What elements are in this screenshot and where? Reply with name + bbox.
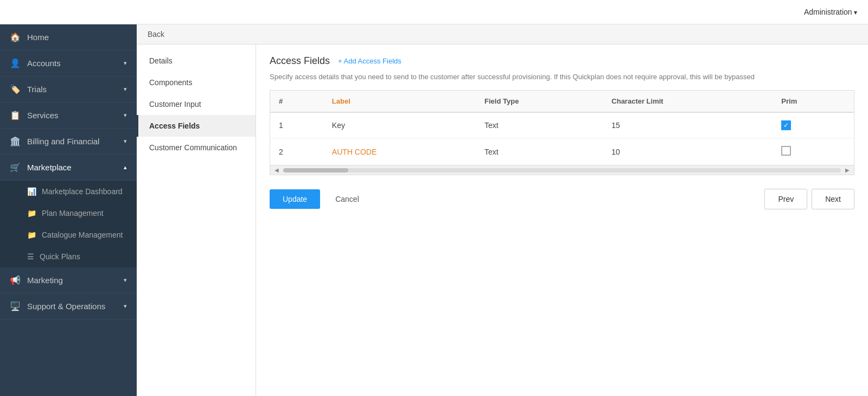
left-nav-access-fields[interactable]: Access Fields [137,115,256,137]
chevron-down-icon: ▾ [124,60,127,67]
scroll-thumb [283,168,348,173]
buttons-left: Update Cancel [270,189,368,209]
catalogue-management-label: Catalogue Management [42,231,123,239]
left-nav-components[interactable]: Components [137,72,256,93]
add-access-fields-link[interactable]: + Add Access Fields [338,57,401,65]
col-primary: Prim [773,91,854,112]
home-icon: 🏠 [10,32,21,42]
prev-button[interactable]: Prev [764,189,807,209]
sidebar-item-home-label: Home [27,33,49,42]
sidebar-item-accounts[interactable]: 👤 Accounts ▾ [0,50,137,76]
chevron-down-icon: ▾ [124,303,127,310]
content-area: Back Details Components Customer Input A… [137,24,868,396]
marketplace-icon: 🛒 [10,162,21,173]
cell-char-limit-1: 15 [603,112,773,138]
accounts-icon: 👤 [10,58,21,68]
chevron-down-icon: ▾ [124,112,127,119]
col-num: # [270,91,323,112]
access-fields-header: Access Fields + Add Access Fields [270,55,854,67]
cell-label-1: Key [323,112,476,138]
sidebar-item-billing-label: Billing and Financial [27,137,99,146]
chevron-down-icon: ▾ [124,86,127,93]
sidebar: 🏠 Home 👤 Accounts ▾ 🏷️ Trials ▾ 📋 Servic… [0,24,137,396]
col-label: Label [323,91,476,112]
cell-field-type-2: Text [476,138,603,165]
table-row: 1 Key Text 15 ✓ [270,112,854,138]
sidebar-item-support-label: Support & Operations [27,302,105,311]
quick-plans-icon: ☰ [27,252,34,261]
main-layout: 🏠 Home 👤 Accounts ▾ 🏷️ Trials ▾ 📋 Servic… [0,24,868,396]
sidebar-item-marketplace-label: Marketplace [27,163,72,172]
sidebar-item-trials-label: Trials [27,85,47,94]
table-scrollbar[interactable]: ◀ ▶ [270,165,854,175]
chevron-down-icon: ▾ [124,277,127,284]
sidebar-item-support[interactable]: 🖥️ Support & Operations ▾ [0,293,137,320]
admin-dropdown[interactable]: Administration [804,8,857,16]
content-body: Details Components Customer Input Access… [137,44,868,396]
quick-plans-label: Quick Plans [40,252,80,261]
services-icon: 📋 [10,110,21,120]
sidebar-item-accounts-label: Accounts [27,59,61,68]
sidebar-item-marketplace[interactable]: 🛒 Marketplace ▴ [0,155,137,181]
access-fields-table: # Label Field Type Character Limit Prim … [270,91,854,165]
trials-icon: 🏷️ [10,84,21,94]
dashboard-icon: 📊 [27,187,36,196]
chevron-up-icon: ▴ [124,164,127,171]
left-nav-customer-communication[interactable]: Customer Communication [137,137,256,158]
marketing-icon: 📢 [10,275,21,285]
cell-primary-2[interactable] [773,138,854,165]
cell-primary-1[interactable]: ✓ [773,112,854,138]
support-icon: 🖥️ [10,301,21,311]
primary-checkbox-checked[interactable]: ✓ [781,120,791,130]
scroll-track [283,168,841,173]
update-button[interactable]: Update [270,189,320,209]
cell-char-limit-2: 10 [603,138,773,165]
sidebar-item-services-label: Services [27,111,59,120]
col-char-limit: Character Limit [603,91,773,112]
buttons-row: Update Cancel Prev Next [270,189,854,209]
marketplace-dashboard-label: Marketplace Dashboard [42,187,123,196]
sidebar-item-trials[interactable]: 🏷️ Trials ▾ [0,76,137,103]
left-nav-details[interactable]: Details [137,50,256,72]
top-bar: Administration [0,0,868,24]
back-bar[interactable]: Back [137,24,868,44]
buttons-right: Prev Next [764,189,854,209]
access-fields-table-wrapper: # Label Field Type Character Limit Prim … [270,90,854,175]
sidebar-item-plan-management[interactable]: 📁 Plan Management [0,202,137,224]
sidebar-item-services[interactable]: 📋 Services ▾ [0,103,137,129]
access-fields-description: Specify access details that you need to … [270,72,854,82]
cell-label-2: AUTH CODE [323,138,476,165]
chevron-down-icon: ▾ [124,138,127,145]
sidebar-item-quick-plans[interactable]: ☰ Quick Plans [0,246,137,267]
billing-icon: 🏛️ [10,136,21,146]
table-row: 2 AUTH CODE Text 10 [270,138,854,165]
sidebar-item-marketing[interactable]: 📢 Marketing ▾ [0,267,137,293]
sidebar-item-billing[interactable]: 🏛️ Billing and Financial ▾ [0,129,137,155]
left-nav: Details Components Customer Input Access… [137,44,256,396]
left-nav-customer-input[interactable]: Customer Input [137,93,256,115]
cell-field-type-1: Text [476,112,603,138]
next-button[interactable]: Next [812,189,854,209]
sidebar-item-marketplace-dashboard[interactable]: 📊 Marketplace Dashboard [0,181,137,202]
plan-management-icon: 📁 [27,209,36,218]
sidebar-item-marketing-label: Marketing [27,276,63,285]
sidebar-item-home[interactable]: 🏠 Home [0,24,137,50]
plan-management-label: Plan Management [42,209,104,218]
primary-checkbox-unchecked[interactable] [781,146,791,156]
table-header-row: # Label Field Type Character Limit Prim [270,91,854,112]
cancel-button[interactable]: Cancel [327,189,368,209]
catalogue-icon: 📁 [27,231,36,239]
scroll-left-arrow[interactable]: ◀ [272,167,281,173]
back-label: Back [148,30,164,39]
marketplace-submenu: 📊 Marketplace Dashboard 📁 Plan Managemen… [0,181,137,267]
sidebar-item-catalogue-management[interactable]: 📁 Catalogue Management [0,224,137,246]
col-field-type: Field Type [476,91,603,112]
cell-num-1: 1 [270,112,323,138]
access-fields-title: Access Fields [270,55,330,67]
cell-num-2: 2 [270,138,323,165]
scroll-right-arrow[interactable]: ▶ [843,167,852,173]
right-panel: Access Fields + Add Access Fields Specif… [256,44,868,396]
